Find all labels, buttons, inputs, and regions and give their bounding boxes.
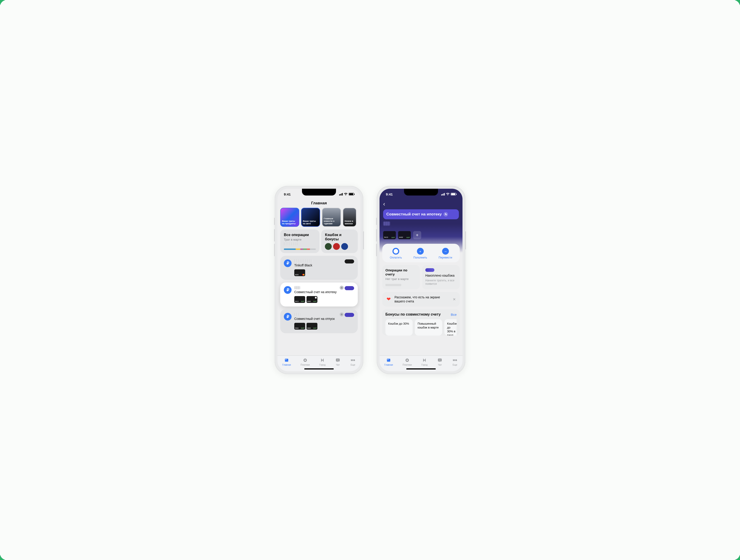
panel-title: Все операции [284,233,316,237]
page-title: Главная [280,200,358,208]
balance-pill [345,286,354,290]
tab-home[interactable]: Главная [384,357,393,366]
story-item[interactable]: Новое в законах [343,208,356,227]
section-title: Бонусы по совместному счету [385,312,441,317]
account-title-chip[interactable]: Совместный счет на ипотеку ✎ [383,209,459,219]
account-tinkoff-black[interactable]: ₽ Tinkoff Black 4820 [280,256,358,280]
status-time: 9:41 [284,192,291,196]
story-item[interactable]: Ваши траты на продукты [280,208,299,227]
svg-rect-1 [285,359,287,360]
cellular-icon [441,193,445,196]
more-icon [350,357,356,363]
panel-title: Операции по счету [385,268,417,276]
tab-more[interactable]: Еще [452,357,458,366]
account-title: Совместный счет на ипотеку [386,212,442,217]
card-thumbnail[interactable]: 6060МИР [306,296,317,303]
svg-rect-9 [387,359,390,362]
card-thumbnail[interactable]: 6492МИР [398,231,411,239]
action-transfer[interactable]: → Перевести [439,248,452,259]
account-name: Tinkoff Black [294,263,354,267]
tab-chat[interactable]: Чат [335,357,341,366]
payments-icon [404,357,410,363]
phone-right: 9:41 ‹ Совместный счет на ипотеку ✎ 5413… [377,186,465,374]
svg-rect-8 [354,359,355,361]
svg-rect-6 [351,359,352,361]
card-thumbnail[interactable]: 9569МИР [294,323,305,330]
account-name: Совместный счет на ипотеку [294,290,354,294]
edit-icon[interactable]: ✎ [444,212,448,217]
blurred-balance [294,313,300,316]
see-all-link[interactable]: Все [451,313,457,317]
cashback-panel[interactable]: Кэшбэк и бонусы [321,229,358,253]
cashback-dots [325,243,354,250]
city-icon [422,357,427,363]
card-thumbnail[interactable]: 0889МИР [306,323,317,330]
svg-rect-16 [454,359,455,361]
panel-subtitle: Начните тратить, и все появится [425,279,457,286]
home-icon [386,357,391,363]
blurred-amount [425,268,434,272]
action-topup[interactable]: + Пополнить [413,248,427,259]
account-shared-vacation[interactable]: ₽ Совместный счет на отпуск 9569МИР 0889… [280,309,358,333]
cellular-icon [339,193,343,196]
mastercard-icon [302,274,304,275]
panel-title: Кэшбэк и бонусы [325,233,354,241]
tab-chat[interactable]: Чат [437,357,443,366]
card-thumbnail[interactable]: 4820 [294,269,305,276]
close-icon[interactable]: ✕ [452,296,457,303]
battery-icon [451,193,456,196]
card-thumbnail[interactable]: 5413МИР [383,231,396,239]
city-icon [320,357,325,363]
all-operations-panel[interactable]: Все операции Трат в марте [280,229,319,253]
panel-title: Накоплено кэшбэка [425,274,457,277]
account-name: Совместный счет на отпуск [294,317,354,321]
story-item[interactable]: Главные новости о туризме [322,208,341,227]
status-time: 9:41 [386,192,393,196]
blurred-balance [294,286,300,289]
tab-more[interactable]: Еще [350,357,356,366]
story-item[interactable]: Ваши траты на авто [301,208,320,227]
svg-rect-5 [337,360,339,360]
svg-rect-15 [453,359,454,361]
chat-icon [335,357,341,363]
bonus-card[interactable]: Повышенный кэшбэк в марте [415,319,442,336]
ruble-icon: ₽ [284,313,292,321]
person-icon [315,297,317,299]
home-indicator[interactable] [406,368,436,369]
spending-bar [284,248,316,250]
add-card-button[interactable]: + [413,231,421,239]
home-indicator[interactable] [304,368,334,369]
tab-home[interactable]: Главная [282,357,291,366]
tab-city[interactable]: Город [422,357,428,366]
phone-left: 9:41 Главная Ваши траты на продукты Ваши… [275,186,363,374]
chat-icon [437,357,443,363]
home-icon [284,357,289,363]
svg-point-3 [304,359,306,361]
panel-subtitle: Нет трат в марте [385,277,417,281]
heart-icon: ❤ [385,296,392,303]
panel-subtitle: Трат в марте [284,238,316,241]
blurred-balance [383,222,390,226]
payments-icon [302,357,308,363]
blurred-amount [284,242,297,245]
arrow-right-icon: → [442,248,449,255]
action-pay[interactable]: Оплатить [390,248,402,259]
wifi-icon [446,193,450,196]
back-button[interactable]: ‹ [383,200,459,208]
notch [302,189,336,196]
card-thumbnail[interactable]: 5413МИР [294,296,305,303]
tab-city[interactable]: Город [319,357,326,366]
account-shared-mortgage[interactable]: ₽ Совместный счет на ипотеку 5413МИР 606… [280,283,358,307]
blurred-balance [294,259,312,262]
balance-pill [345,259,354,263]
ruble-icon: ₽ [284,259,292,267]
bonus-card[interactable]: Кэшбэк до 30% в разд [444,319,457,336]
bonus-card[interactable]: Кэшбэк до 30% [385,319,412,336]
wifi-icon [344,193,348,196]
tip-banner[interactable]: ❤ Расскажем, что есть на экране вашего с… [382,292,460,307]
cashback-mini-panel[interactable]: Накоплено кэшбэка Начните тратить, и все… [422,265,460,289]
quick-actions: Оплатить + Пополнить → Перевести [382,244,460,262]
tab-payments[interactable]: Платежи [301,357,310,366]
tab-payments[interactable]: Платежи [403,357,412,366]
operations-mini-panel[interactable]: Операции по счету Нет трат в марте [382,265,420,289]
